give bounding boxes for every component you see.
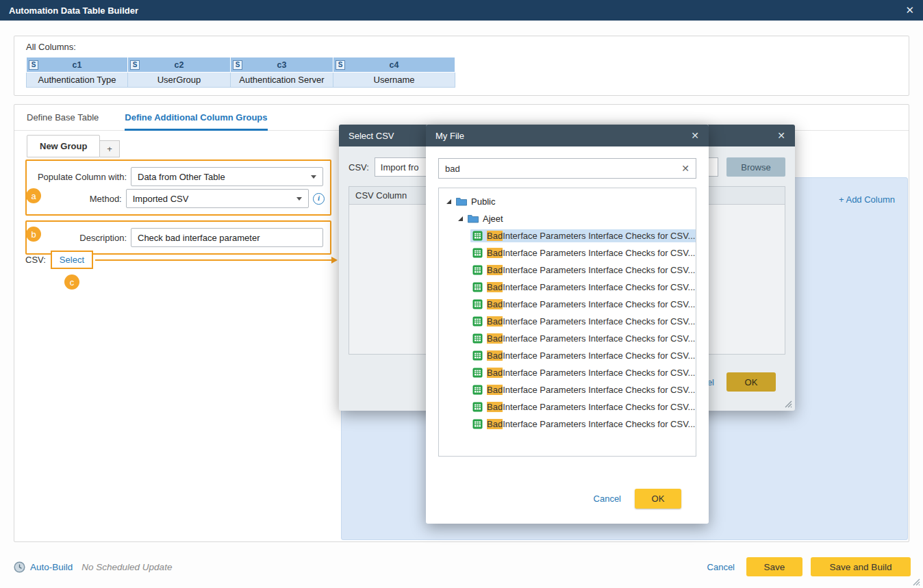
string-type-icon: S bbox=[233, 60, 242, 70]
save-button[interactable]: Save bbox=[746, 557, 802, 576]
method-select[interactable]: Imported CSV bbox=[126, 189, 309, 208]
string-type-icon: S bbox=[130, 60, 140, 70]
file-item[interactable]: Bad Interface Parameters Interface Check… bbox=[439, 347, 696, 364]
file-item[interactable]: Bad Interface Parameters Interface Check… bbox=[439, 330, 696, 347]
auto-build-icon bbox=[14, 561, 25, 573]
annotation-marker-a: a bbox=[26, 188, 41, 203]
clear-search-icon[interactable]: ✕ bbox=[681, 163, 690, 174]
tab-define-base-table[interactable]: Define Base Table bbox=[27, 112, 99, 130]
schedule-status: No Scheduled Update bbox=[81, 562, 172, 572]
browse-button[interactable]: Browse bbox=[726, 157, 785, 177]
all-columns-table: Sc1 Sc2 Sc3 Sc4 Authentication Type User… bbox=[26, 57, 455, 88]
app-window: Automation Data Table Builder ✕ All Colu… bbox=[0, 0, 923, 588]
file-item[interactable]: Bad Interface Parameters Interface Check… bbox=[439, 296, 696, 313]
select-csv-dialog-title: Select CSV bbox=[349, 131, 394, 141]
csv-file-icon bbox=[472, 350, 483, 361]
file-tree: Public Ajeet Bad Interface Parameters In… bbox=[438, 188, 696, 457]
string-type-icon: S bbox=[336, 60, 345, 70]
csv-path-label: CSV: bbox=[349, 162, 369, 172]
footer-bar: Auto-Build No Scheduled Update Cancel Sa… bbox=[14, 552, 911, 582]
chevron-down-icon bbox=[311, 175, 316, 179]
column-name-cell: UserGroup bbox=[128, 73, 231, 88]
annotation-marker-c: c bbox=[64, 274, 79, 290]
column-header[interactable]: Sc3 bbox=[231, 57, 333, 73]
file-item[interactable]: Bad Interface Parameters Interface Check… bbox=[439, 244, 696, 261]
csv-file-icon bbox=[472, 265, 483, 275]
annotation-box-a: Populate Column with: Data from Other Ta… bbox=[25, 159, 331, 216]
populate-column-select[interactable]: Data from Other Table bbox=[131, 167, 323, 186]
file-item[interactable]: Bad Interface Parameters Interface Check… bbox=[439, 279, 696, 296]
column-header[interactable]: Sc4 bbox=[333, 57, 455, 73]
csv-file-icon bbox=[472, 402, 483, 412]
folder-icon bbox=[456, 197, 467, 206]
file-item[interactable]: Bad Interface Parameters Interface Check… bbox=[439, 398, 696, 416]
tree-expanded-icon[interactable] bbox=[446, 199, 451, 204]
csv-select-row: CSV: Select c bbox=[25, 251, 338, 269]
save-and-build-button[interactable]: Save and Build bbox=[811, 557, 911, 576]
csv-file-icon bbox=[472, 248, 483, 258]
column-name-cell: Authentication Type bbox=[27, 73, 128, 88]
column-header[interactable]: Sc1 bbox=[27, 57, 128, 73]
auto-build-link[interactable]: Auto-Build bbox=[30, 562, 73, 572]
all-columns-section: All Columns: Sc1 Sc2 Sc3 Sc4 Authenticat… bbox=[14, 36, 909, 96]
my-file-cancel-link[interactable]: Cancel bbox=[594, 494, 621, 504]
window-close-icon[interactable]: ✕ bbox=[905, 4, 914, 16]
add-column-link[interactable]: + Add Column bbox=[839, 194, 895, 205]
file-item[interactable]: Bad Interface Parameters Interface Check… bbox=[439, 381, 696, 398]
folder-icon bbox=[468, 214, 479, 223]
my-file-dialog-header[interactable]: My File ✕ bbox=[426, 125, 709, 146]
group-tabs: New Group + bbox=[27, 135, 120, 157]
my-file-dialog: My File ✕ ✕ Public Ajeet Bad Interfac bbox=[426, 125, 709, 524]
file-search-box: ✕ bbox=[438, 158, 696, 179]
dialog-resize-grip[interactable] bbox=[784, 400, 792, 408]
my-file-dialog-title: My File bbox=[435, 131, 464, 141]
annotation-box-b: Description: b bbox=[25, 220, 331, 255]
csv-file-icon bbox=[472, 231, 483, 241]
description-label: Description: bbox=[32, 233, 127, 243]
csv-select-link[interactable]: Select bbox=[60, 255, 84, 265]
file-item[interactable]: Bad Interface Parameters Interface Check… bbox=[439, 227, 696, 244]
group-form: Populate Column with: Data from Other Ta… bbox=[25, 159, 335, 255]
window-resize-grip[interactable] bbox=[912, 578, 920, 586]
tree-folder-ajeet[interactable]: Ajeet bbox=[439, 210, 696, 227]
column-header[interactable]: Sc2 bbox=[128, 57, 231, 73]
annotation-box-c: Select c bbox=[51, 251, 93, 269]
string-type-icon: S bbox=[29, 60, 38, 70]
tree-folder-public[interactable]: Public bbox=[439, 193, 696, 210]
file-item[interactable]: Bad Interface Parameters Interface Check… bbox=[439, 364, 696, 381]
annotation-marker-b: b bbox=[26, 227, 41, 242]
csv-file-icon bbox=[472, 368, 483, 378]
chevron-down-icon bbox=[296, 197, 302, 201]
description-field[interactable] bbox=[131, 228, 323, 247]
csv-file-icon bbox=[472, 282, 483, 292]
annotation-arrow bbox=[95, 257, 338, 264]
window-titlebar: Automation Data Table Builder ✕ bbox=[0, 0, 923, 21]
csv-file-icon bbox=[472, 419, 483, 429]
column-name-cell: Authentication Server bbox=[231, 73, 333, 88]
window-title: Automation Data Table Builder bbox=[9, 5, 138, 16]
info-icon[interactable]: i bbox=[313, 193, 325, 205]
csv-label: CSV: bbox=[25, 255, 46, 265]
csv-file-icon bbox=[472, 316, 483, 327]
arrow-head-icon bbox=[331, 257, 338, 264]
tab-define-additional-column-groups[interactable]: Define Additional Column Groups bbox=[125, 112, 267, 131]
close-icon[interactable]: ✕ bbox=[691, 130, 699, 141]
csv-file-icon bbox=[472, 333, 483, 344]
tree-expanded-icon[interactable] bbox=[458, 216, 463, 221]
csv-file-icon bbox=[472, 385, 483, 395]
select-csv-ok-button[interactable]: OK bbox=[726, 372, 776, 392]
file-search-input[interactable] bbox=[445, 164, 681, 174]
file-item[interactable]: Bad Interface Parameters Interface Check… bbox=[439, 261, 696, 279]
add-group-tab-button[interactable]: + bbox=[100, 140, 120, 157]
column-name-cell: Username bbox=[333, 73, 455, 88]
file-item[interactable]: Bad Interface Parameters Interface Check… bbox=[439, 416, 696, 433]
cancel-link[interactable]: Cancel bbox=[707, 562, 735, 572]
populate-column-label: Populate Column with: bbox=[32, 172, 127, 182]
tab-new-group[interactable]: New Group bbox=[27, 135, 100, 157]
my-file-ok-button[interactable]: OK bbox=[635, 489, 681, 509]
csv-file-icon bbox=[472, 299, 483, 309]
all-columns-label: All Columns: bbox=[26, 42, 76, 52]
file-item[interactable]: Bad Interface Parameters Interface Check… bbox=[439, 313, 696, 330]
close-icon[interactable]: ✕ bbox=[777, 130, 785, 141]
method-label: Method: bbox=[32, 194, 122, 204]
